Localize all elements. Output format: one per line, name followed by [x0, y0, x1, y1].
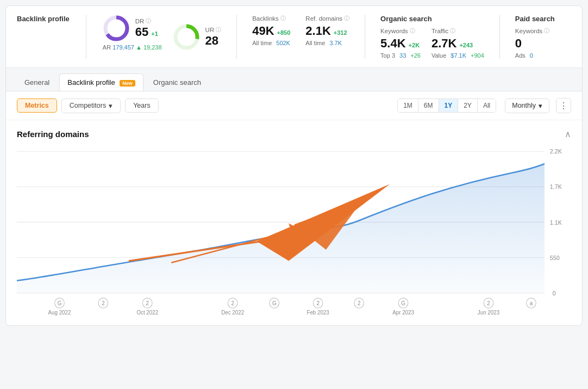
nav-tabs: General Backlink profile New Organic sea…: [6, 68, 582, 91]
backlinks-value: 49K +850: [252, 24, 290, 38]
svg-text:2: 2: [487, 300, 490, 306]
organic-traffic-value: 2.7K +243: [431, 36, 484, 51]
tab-general[interactable]: General: [17, 74, 57, 91]
paid-keywords-info[interactable]: ⓘ: [544, 27, 549, 35]
ref-domains-alltime-link[interactable]: 3.7K: [329, 40, 342, 46]
monthly-chevron-icon: ▾: [539, 102, 542, 110]
svg-text:2: 2: [102, 300, 105, 306]
chart-container: 2.2K 1.7K 1.1K 550 0: [17, 146, 571, 320]
ref-domains-sub: All time 3.7K: [305, 40, 349, 46]
backlinks-alltime-link[interactable]: 502K: [276, 40, 290, 46]
svg-text:G: G: [272, 300, 277, 306]
svg-text:G: G: [401, 300, 405, 306]
dr-group: DR ⓘ 65 +1 AR 179,457 ▲ 19,238: [103, 15, 162, 59]
backlinks-label: Backlinks ⓘ: [252, 15, 290, 22]
organic-keywords-value: 5.4K +2K: [380, 36, 421, 51]
organic-traffic-group: Traffic ⓘ 2.7K +243 Value $7.1K +904: [431, 27, 484, 59]
ur-info-icon[interactable]: ⓘ: [216, 26, 221, 34]
dr-value: 65 +1: [135, 25, 158, 39]
time-2y-button[interactable]: 2Y: [458, 99, 478, 112]
ur-group: UR ⓘ 28: [173, 15, 237, 59]
ref-domains-value: 2.1K +312: [305, 24, 349, 38]
paid-keywords-label: Keywords ⓘ: [515, 27, 555, 35]
paid-keywords-group: Keywords ⓘ 0 Ads 0: [515, 27, 555, 59]
chart-section: Referring domains ∧ 2.2K 1.7K 1.1K 550 0: [6, 120, 582, 325]
svg-text:2: 2: [358, 300, 361, 306]
svg-text:Aug 2022: Aug 2022: [48, 309, 71, 315]
ar-delta: ▲ 19,238: [136, 44, 162, 51]
competitors-chevron-icon: ▾: [109, 102, 112, 110]
svg-text:Jun 2023: Jun 2023: [478, 309, 500, 315]
organic-search-section: Organic search Keywords ⓘ 5.4K +2K Top 3…: [380, 15, 500, 59]
paid-keywords-value: 0: [515, 36, 555, 51]
backlinks-info-icon[interactable]: ⓘ: [280, 15, 286, 22]
competitors-button[interactable]: Competitors ▾: [61, 98, 121, 113]
dr-delta: +1: [151, 30, 158, 37]
dr-label: DR ⓘ: [135, 17, 158, 25]
chart-area-fill: [17, 164, 545, 293]
svg-text:0: 0: [553, 289, 556, 296]
organic-keywords-sub: Top 3 33 +26: [380, 52, 421, 59]
svg-text:550: 550: [550, 254, 560, 261]
time-range-group: 1M 6M 1Y 2Y All: [397, 98, 496, 113]
new-badge: New: [120, 80, 135, 87]
organic-traffic-sub: Value $7.1K +904: [431, 52, 484, 59]
chart-title: Referring domains: [17, 129, 89, 139]
ur-label: UR ⓘ: [205, 26, 222, 34]
svg-text:1.7K: 1.7K: [550, 183, 562, 190]
metrics-button[interactable]: Metrics: [17, 98, 57, 113]
organic-keywords-label: Keywords ⓘ: [380, 27, 421, 35]
tab-organic-search[interactable]: Organic search: [146, 74, 209, 91]
paid-search-title: Paid search: [515, 15, 555, 23]
organic-traffic-label: Traffic ⓘ: [431, 27, 484, 35]
collapse-chart-button[interactable]: ∧: [565, 129, 571, 139]
svg-text:2: 2: [316, 300, 320, 306]
chart-svg: 2.2K 1.7K 1.1K 550 0: [17, 146, 571, 320]
backlinks-group: Backlinks ⓘ 49K +850 All time 502K: [252, 15, 290, 59]
organic-keywords-group: Keywords ⓘ 5.4K +2K Top 3 33 +26: [380, 27, 421, 59]
svg-text:Dec 2022: Dec 2022: [221, 309, 244, 315]
backlink-profile-title: Backlink profile: [17, 15, 70, 23]
monthly-dropdown[interactable]: Monthly ▾: [505, 98, 549, 113]
svg-text:2: 2: [231, 300, 234, 306]
dr-donut: [103, 15, 130, 42]
time-6m-button[interactable]: 6M: [418, 99, 439, 112]
backlinks-delta: +850: [277, 29, 291, 36]
backlinks-sub: All time 502K: [252, 40, 290, 46]
svg-text:G: G: [58, 300, 62, 306]
years-button[interactable]: Years: [125, 98, 159, 113]
organic-traffic-sub-link[interactable]: $7.1K: [451, 52, 466, 59]
paid-ads-value[interactable]: 0: [530, 52, 533, 59]
svg-text:a: a: [530, 300, 533, 306]
time-all-button[interactable]: All: [478, 99, 496, 112]
ref-domains-info-icon[interactable]: ⓘ: [344, 15, 349, 22]
ur-donut: [173, 23, 200, 51]
ar-value-link[interactable]: 179,457: [112, 44, 134, 51]
paid-ads-sub: Ads 0: [515, 52, 555, 59]
ur-value: 28: [205, 34, 222, 48]
paid-search-section: Paid search Keywords ⓘ 0 Ads 0: [515, 15, 555, 59]
ref-domains-delta: +312: [334, 29, 347, 36]
time-1y-button[interactable]: 1Y: [439, 99, 459, 112]
svg-text:Oct 2022: Oct 2022: [136, 309, 158, 315]
ref-domains-label: Ref. domains ⓘ: [305, 15, 349, 22]
organic-traffic-info[interactable]: ⓘ: [450, 27, 455, 35]
backlink-profile-section: Backlink profile: [17, 15, 86, 59]
organic-keywords-sub-link[interactable]: 33: [399, 52, 406, 59]
svg-text:2.2K: 2.2K: [550, 148, 562, 155]
organic-search-title: Organic search: [380, 15, 484, 23]
ref-domains-group: Ref. domains ⓘ 2.1K +312 All time 3.7K: [305, 15, 365, 59]
svg-text:1.1K: 1.1K: [550, 219, 562, 225]
ar-row: AR 179,457 ▲ 19,238: [103, 44, 162, 51]
dr-info-icon[interactable]: ⓘ: [146, 17, 151, 25]
organic-keywords-info[interactable]: ⓘ: [410, 27, 415, 35]
tab-backlink-profile[interactable]: Backlink profile New: [59, 73, 143, 91]
time-1m-button[interactable]: 1M: [398, 99, 418, 112]
svg-text:2: 2: [146, 300, 149, 306]
svg-text:Feb 2023: Feb 2023: [306, 309, 329, 315]
svg-text:Apr 2023: Apr 2023: [392, 309, 414, 315]
more-options-button[interactable]: ⋮: [556, 98, 571, 113]
stats-bar: Backlink profile DR ⓘ 65: [6, 6, 582, 68]
chart-toolbar: Metrics Competitors ▾ Years 1M 6M 1Y 2Y …: [6, 91, 582, 120]
